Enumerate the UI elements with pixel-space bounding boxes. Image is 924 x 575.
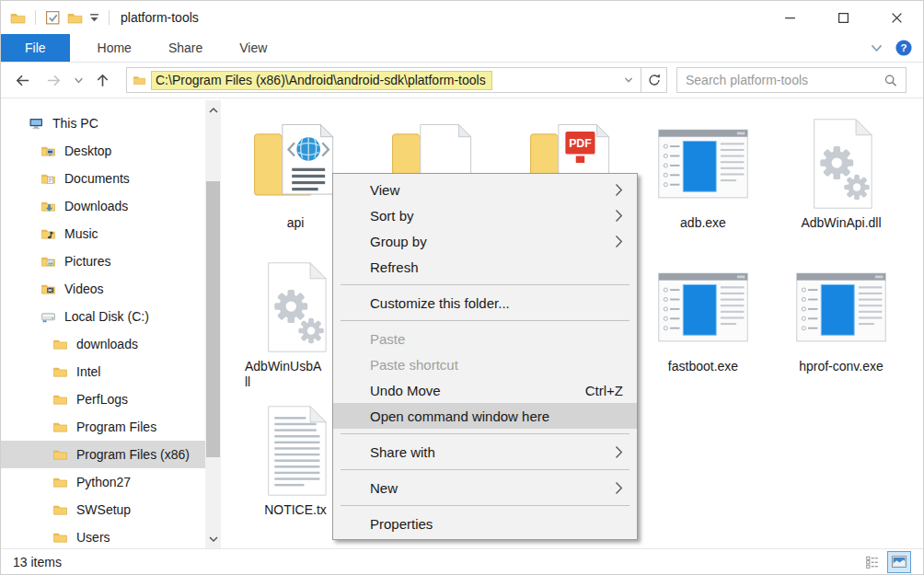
context-menu-item[interactable]: View [333, 177, 637, 202]
context-menu-item[interactable]: Undo Move Ctrl+Z [333, 377, 637, 403]
disk-icon [40, 309, 64, 324]
refresh-button[interactable] [641, 67, 667, 93]
tab-view[interactable]: View [230, 34, 276, 62]
back-arrow-icon [14, 72, 31, 89]
folder-icon [52, 364, 76, 379]
help-icon[interactable] [895, 40, 912, 56]
forward-arrow-icon [45, 72, 63, 89]
sidebar-item[interactable]: SWSetup [1, 496, 205, 523]
sidebar-item[interactable]: Music [1, 220, 205, 247]
menu-item-label: Group by [370, 234, 427, 249]
folder-icon [133, 74, 146, 86]
documents-icon [40, 171, 64, 186]
close-button[interactable] [870, 1, 923, 34]
sidebar-item-label: Program Files (x86) [76, 447, 190, 462]
file-item[interactable]: adb.exe [653, 111, 754, 231]
videos-icon [40, 282, 64, 296]
sidebar-scrollbar[interactable] [205, 100, 221, 548]
back-button[interactable] [6, 66, 38, 94]
divider [109, 10, 110, 25]
menu-item-label: New [370, 480, 398, 496]
sidebar-item[interactable]: PerfLogs [1, 385, 205, 413]
search-placeholder: Search platform-tools [686, 73, 884, 87]
file-item[interactable]: AdbWinUsbA ll [245, 255, 346, 390]
file-item[interactable]: api [245, 111, 346, 231]
file-item-label: adb.exe [653, 215, 754, 231]
tab-file[interactable]: File [1, 34, 70, 62]
file-item[interactable]: NOTICE.tx [245, 398, 346, 518]
file-item[interactable]: AdbWinApi.dll [791, 111, 892, 231]
maximize-button[interactable] [816, 1, 870, 34]
menu-item-label: Refresh [370, 259, 419, 275]
tab-share[interactable]: Share [159, 34, 212, 62]
sidebar-item[interactable]: Desktop [1, 137, 205, 165]
address-dropdown-button[interactable] [617, 68, 641, 92]
search-icon[interactable] [884, 74, 897, 87]
menu-item-label: Paste [370, 331, 405, 347]
explorer-body: This PC Desktop Documents Downloads Musi… [1, 100, 923, 548]
dll-icon [245, 255, 346, 356]
context-menu-item[interactable]: Paste [333, 326, 637, 351]
sidebar-item[interactable]: Program Files [1, 413, 205, 441]
navigation-toolbar: C:\Program Files (x86)\Android\android-s… [1, 63, 923, 98]
context-menu-item[interactable]: Properties [333, 511, 637, 536]
context-menu-item[interactable]: Share with [333, 439, 637, 465]
up-button[interactable] [87, 66, 117, 94]
context-menu-item[interactable]: Customize this folder... [333, 290, 637, 316]
forward-button[interactable] [38, 66, 69, 94]
scrollbar-thumb[interactable] [206, 181, 220, 457]
file-item[interactable]: fastboot.exe [653, 255, 754, 374]
context-menu-item[interactable]: Refresh [333, 254, 637, 280]
sidebar-item-label: Music [64, 226, 98, 241]
context-menu-item[interactable]: Group by [333, 228, 637, 254]
minimize-button[interactable] [763, 1, 816, 34]
sidebar-item[interactable]: Documents [1, 165, 205, 192]
thumbnail-view-button[interactable] [887, 551, 911, 573]
recent-locations-button[interactable] [69, 66, 87, 94]
navigation-pane: This PC Desktop Documents Downloads Musi… [1, 100, 222, 548]
folder-icon [52, 337, 76, 351]
file-item-label: NOTICE.tx [245, 502, 346, 518]
titlebar: platform-tools [1, 1, 923, 34]
sidebar-item[interactable]: Downloads [1, 192, 205, 220]
explorer-folder-icon [10, 10, 26, 26]
sidebar-item-label: Desktop [64, 144, 111, 158]
sidebar-item[interactable]: Users [1, 523, 205, 551]
sidebar-item[interactable]: This PC [1, 109, 205, 137]
music-icon [40, 226, 64, 241]
menu-item-label: Paste shortcut [370, 357, 458, 373]
file-list-area: api adb.exe Ad [222, 100, 923, 548]
folder-icon [52, 530, 76, 545]
sidebar-item[interactable]: Pictures [1, 247, 205, 275]
menu-item-label: Customize this folder... [370, 295, 510, 311]
scroll-down-button[interactable] [205, 531, 221, 546]
new-folder-icon[interactable] [67, 10, 83, 26]
details-view-button[interactable] [860, 551, 884, 573]
search-box[interactable]: Search platform-tools [676, 67, 907, 93]
sidebar-item[interactable]: Videos [1, 275, 205, 303]
scroll-up-button[interactable] [205, 102, 221, 118]
tab-home[interactable]: Home [88, 34, 141, 62]
context-menu-item[interactable]: Sort by [333, 202, 637, 228]
address-path[interactable]: C:\Program Files (x86)\Android\android-s… [151, 71, 492, 90]
context-menu-item[interactable]: New [333, 475, 637, 500]
window-title: platform-tools [121, 10, 199, 25]
thumbnail-view-icon [890, 554, 908, 570]
customize-toolbar-caret-icon[interactable] [89, 13, 99, 23]
sidebar-item[interactable]: Python27 [1, 468, 205, 496]
address-bar[interactable]: C:\Program Files (x86)\Android\android-s… [126, 67, 641, 93]
submenu-arrow-icon [615, 209, 623, 223]
file-item[interactable]: hprof-conv.exe [791, 255, 892, 374]
submenu-arrow-icon [615, 481, 623, 495]
sidebar-item[interactable]: downloads [1, 330, 205, 358]
context-menu-item[interactable]: Paste shortcut [333, 351, 637, 377]
sidebar-item[interactable]: Program Files (x86) [1, 441, 205, 468]
properties-icon[interactable] [45, 10, 61, 26]
sidebar-item-label: Users [76, 530, 110, 545]
expand-ribbon-chevron-icon[interactable] [870, 41, 884, 55]
sidebar-item[interactable]: Intel [1, 358, 205, 385]
app-icon [653, 255, 754, 356]
sidebar-item-label: SWSetup [76, 502, 131, 517]
sidebar-item[interactable]: Local Disk (C:) [1, 303, 205, 330]
context-menu-item[interactable]: Open command window here [333, 403, 637, 429]
